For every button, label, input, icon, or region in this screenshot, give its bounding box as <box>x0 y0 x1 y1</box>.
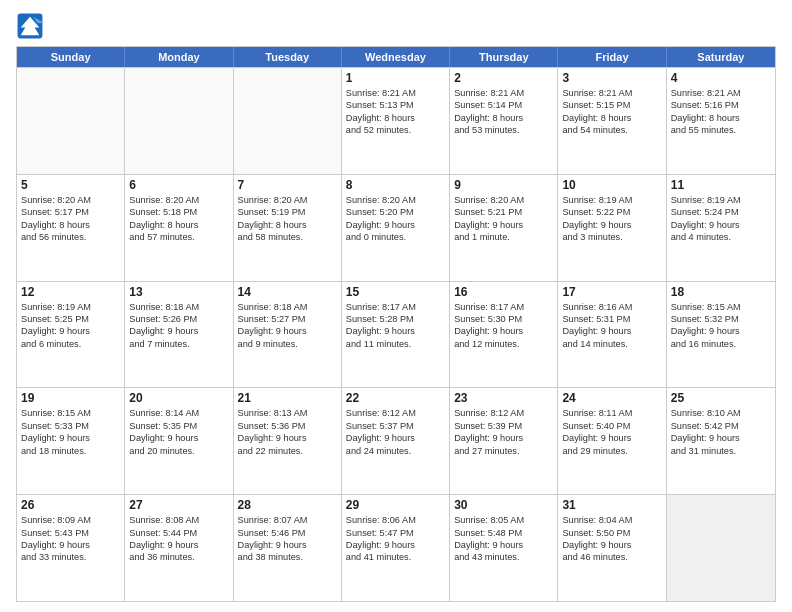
cell-line: Sunrise: 8:14 AM <box>129 407 228 419</box>
cell-line: Daylight: 9 hours <box>562 325 661 337</box>
cell-line: and 14 minutes. <box>562 338 661 350</box>
cell-line: Sunset: 5:39 PM <box>454 420 553 432</box>
cell-line: and 1 minute. <box>454 231 553 243</box>
cell-line: Daylight: 9 hours <box>346 219 445 231</box>
cell-line: Daylight: 9 hours <box>562 539 661 551</box>
day-number: 3 <box>562 71 661 85</box>
cell-line: and 7 minutes. <box>129 338 228 350</box>
cell-line: Daylight: 8 hours <box>129 219 228 231</box>
header-day-wednesday: Wednesday <box>342 47 450 67</box>
cell-line: and 12 minutes. <box>454 338 553 350</box>
day-number: 29 <box>346 498 445 512</box>
calendar-body: 1Sunrise: 8:21 AMSunset: 5:13 PMDaylight… <box>17 67 775 601</box>
day-cell-17: 17Sunrise: 8:16 AMSunset: 5:31 PMDayligh… <box>558 282 666 388</box>
cell-line: Daylight: 9 hours <box>671 432 771 444</box>
header-day-monday: Monday <box>125 47 233 67</box>
cell-line: Sunrise: 8:21 AM <box>671 87 771 99</box>
cell-line: Sunrise: 8:11 AM <box>562 407 661 419</box>
header <box>16 12 776 40</box>
day-cell-5: 5Sunrise: 8:20 AMSunset: 5:17 PMDaylight… <box>17 175 125 281</box>
cell-line: Sunrise: 8:05 AM <box>454 514 553 526</box>
cell-line: Daylight: 9 hours <box>346 432 445 444</box>
day-cell-31: 31Sunrise: 8:04 AMSunset: 5:50 PMDayligh… <box>558 495 666 601</box>
day-cell-19: 19Sunrise: 8:15 AMSunset: 5:33 PMDayligh… <box>17 388 125 494</box>
cell-line: and 0 minutes. <box>346 231 445 243</box>
day-cell-15: 15Sunrise: 8:17 AMSunset: 5:28 PMDayligh… <box>342 282 450 388</box>
cell-line: Daylight: 8 hours <box>562 112 661 124</box>
cell-line: Sunrise: 8:06 AM <box>346 514 445 526</box>
cell-line: Sunrise: 8:09 AM <box>21 514 120 526</box>
cell-line: and 9 minutes. <box>238 338 337 350</box>
cell-line: Sunset: 5:19 PM <box>238 206 337 218</box>
day-number: 30 <box>454 498 553 512</box>
cell-line: Sunset: 5:31 PM <box>562 313 661 325</box>
day-cell-3: 3Sunrise: 8:21 AMSunset: 5:15 PMDaylight… <box>558 68 666 174</box>
day-cell-25: 25Sunrise: 8:10 AMSunset: 5:42 PMDayligh… <box>667 388 775 494</box>
header-day-saturday: Saturday <box>667 47 775 67</box>
cell-line: Sunrise: 8:19 AM <box>21 301 120 313</box>
calendar: SundayMondayTuesdayWednesdayThursdayFrid… <box>16 46 776 602</box>
cell-line: Daylight: 9 hours <box>238 539 337 551</box>
cell-line: Daylight: 9 hours <box>346 539 445 551</box>
cell-line: Sunset: 5:43 PM <box>21 527 120 539</box>
day-number: 1 <box>346 71 445 85</box>
day-cell-27: 27Sunrise: 8:08 AMSunset: 5:44 PMDayligh… <box>125 495 233 601</box>
cell-line: Sunset: 5:30 PM <box>454 313 553 325</box>
day-number: 19 <box>21 391 120 405</box>
header-day-tuesday: Tuesday <box>234 47 342 67</box>
day-number: 8 <box>346 178 445 192</box>
day-number: 27 <box>129 498 228 512</box>
cell-line: and 22 minutes. <box>238 445 337 457</box>
day-cell-1: 1Sunrise: 8:21 AMSunset: 5:13 PMDaylight… <box>342 68 450 174</box>
day-cell-11: 11Sunrise: 8:19 AMSunset: 5:24 PMDayligh… <box>667 175 775 281</box>
cell-line: Daylight: 8 hours <box>238 219 337 231</box>
day-number: 2 <box>454 71 553 85</box>
cell-line: Sunrise: 8:18 AM <box>129 301 228 313</box>
cell-line: Sunset: 5:47 PM <box>346 527 445 539</box>
cell-line: and 20 minutes. <box>129 445 228 457</box>
cell-line: Sunrise: 8:17 AM <box>454 301 553 313</box>
cell-line: Sunset: 5:27 PM <box>238 313 337 325</box>
cell-line: Sunrise: 8:20 AM <box>454 194 553 206</box>
day-cell-28: 28Sunrise: 8:07 AMSunset: 5:46 PMDayligh… <box>234 495 342 601</box>
cell-line: Sunrise: 8:18 AM <box>238 301 337 313</box>
cell-line: Sunset: 5:42 PM <box>671 420 771 432</box>
cell-line: and 57 minutes. <box>129 231 228 243</box>
day-number: 17 <box>562 285 661 299</box>
cell-line: Sunset: 5:16 PM <box>671 99 771 111</box>
day-cell-6: 6Sunrise: 8:20 AMSunset: 5:18 PMDaylight… <box>125 175 233 281</box>
cell-line: Sunset: 5:26 PM <box>129 313 228 325</box>
cell-line: Daylight: 9 hours <box>671 325 771 337</box>
cell-line: Sunrise: 8:20 AM <box>21 194 120 206</box>
cell-line: and 52 minutes. <box>346 124 445 136</box>
day-number: 7 <box>238 178 337 192</box>
logo <box>16 12 48 40</box>
cell-line: Sunrise: 8:10 AM <box>671 407 771 419</box>
cell-line: Sunrise: 8:17 AM <box>346 301 445 313</box>
cell-line: Sunrise: 8:19 AM <box>562 194 661 206</box>
cell-line: Sunset: 5:37 PM <box>346 420 445 432</box>
cell-line: Sunset: 5:28 PM <box>346 313 445 325</box>
day-number: 4 <box>671 71 771 85</box>
day-cell-23: 23Sunrise: 8:12 AMSunset: 5:39 PMDayligh… <box>450 388 558 494</box>
day-number: 10 <box>562 178 661 192</box>
cell-line: Sunset: 5:32 PM <box>671 313 771 325</box>
day-cell-29: 29Sunrise: 8:06 AMSunset: 5:47 PMDayligh… <box>342 495 450 601</box>
logo-icon <box>16 12 44 40</box>
day-cell-13: 13Sunrise: 8:18 AMSunset: 5:26 PMDayligh… <box>125 282 233 388</box>
cell-line: Sunrise: 8:21 AM <box>562 87 661 99</box>
cell-line: Daylight: 9 hours <box>21 325 120 337</box>
day-cell-9: 9Sunrise: 8:20 AMSunset: 5:21 PMDaylight… <box>450 175 558 281</box>
cell-line: Daylight: 9 hours <box>21 539 120 551</box>
cell-line: Sunrise: 8:04 AM <box>562 514 661 526</box>
day-number: 21 <box>238 391 337 405</box>
cell-line: Sunrise: 8:16 AM <box>562 301 661 313</box>
cell-line: and 53 minutes. <box>454 124 553 136</box>
day-number: 28 <box>238 498 337 512</box>
cell-line: Sunset: 5:17 PM <box>21 206 120 218</box>
cell-line: and 16 minutes. <box>671 338 771 350</box>
day-number: 25 <box>671 391 771 405</box>
day-cell-8: 8Sunrise: 8:20 AMSunset: 5:20 PMDaylight… <box>342 175 450 281</box>
cell-line: Daylight: 9 hours <box>454 539 553 551</box>
cell-line: Daylight: 9 hours <box>238 325 337 337</box>
